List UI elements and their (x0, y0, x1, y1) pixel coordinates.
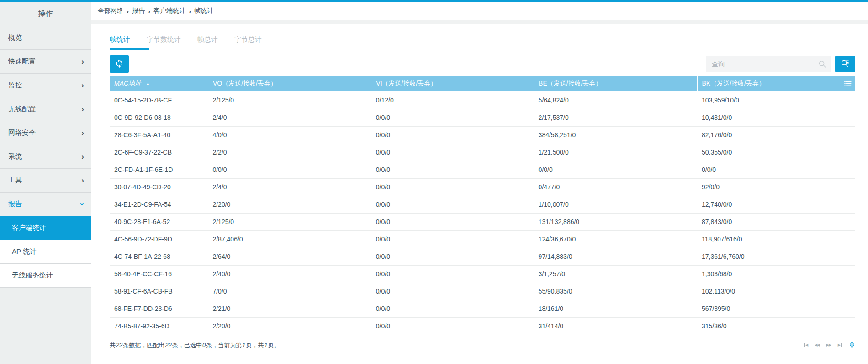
stat-cell: 2/20/0 (208, 317, 371, 335)
page-first-button[interactable]: ◀ (804, 343, 808, 347)
column-header[interactable]: VI（发送/接收/丢弃） (371, 76, 534, 91)
stat-cell: 0/0/0 (697, 161, 855, 178)
stat-cell: 2/2/0 (208, 144, 371, 161)
stats-table: MAC地址▲VO（发送/接收/丢弃）VI（发送/接收/丢弃）BE（发送/接收/丢… (110, 76, 855, 335)
column-header[interactable]: BE（发送/接收/丢弃） (534, 76, 697, 91)
sidebar-item[interactable]: 监控› (0, 74, 91, 97)
stat-cell: 2/4/0 (208, 109, 371, 126)
sidebar-subitem-label: 无线服务统计 (12, 271, 53, 280)
chevron-right-icon: › (81, 177, 84, 184)
stat-cell: 82,176/0/0 (697, 126, 855, 144)
sidebar-subitem[interactable]: 无线服务统计 (0, 264, 91, 288)
breadcrumb-item[interactable]: 帧统计 (194, 7, 213, 15)
summary-text: 页，共 (246, 342, 264, 348)
table-row[interactable]: 4C-56-9D-72-DF-9D2/87,406/00/0/0124/36,6… (110, 230, 855, 248)
tip-lightbulb-button[interactable] (849, 342, 855, 349)
sidebar-item-label: 无线配置 (8, 105, 36, 113)
stat-cell: 0/0/0 (371, 283, 534, 300)
table-row[interactable]: 4C-74-BF-1A-22-682/64/00/0/097/14,883/01… (110, 248, 855, 265)
sidebar-item[interactable]: 网络安全› (0, 121, 91, 145)
stat-cell: 2/125/0 (208, 91, 371, 109)
sidebar-item[interactable]: 系统› (0, 145, 91, 169)
table-row[interactable]: 58-40-4E-CC-CF-162/40/00/0/03/1,257/01,3… (110, 265, 855, 283)
sidebar-item-label: 报告 (8, 200, 22, 209)
table-row[interactable]: 0C-9D-92-D6-03-182/4/00/0/02/17,537/010,… (110, 109, 855, 126)
sidebar-item-label: 工具 (8, 176, 22, 185)
advanced-search-button[interactable] (835, 56, 855, 72)
mac-cell: 4C-56-9D-72-DF-9D (110, 230, 208, 248)
sidebar-item[interactable]: 快速配置› (0, 50, 91, 74)
sidebar-item[interactable]: 报告› (0, 193, 91, 216)
search-box (706, 56, 831, 72)
column-list-icon[interactable] (844, 80, 852, 87)
summary-text: 1 (242, 342, 245, 348)
content: 帧统计字节数统计帧总计字节总计 (91, 24, 868, 364)
breadcrumb-item[interactable]: 报告 (132, 7, 145, 15)
page-next-button[interactable]: ▶▶ (826, 343, 831, 347)
tab[interactable]: 字节数统计 (147, 32, 181, 50)
table-row[interactable]: 2C-FD-A1-1F-6E-1D0/0/00/0/00/0/00/0/0 (110, 161, 855, 178)
stat-cell: 0/477/0 (534, 178, 697, 196)
stat-cell: 2/21/0 (208, 300, 371, 317)
stat-cell: 2/64/0 (208, 248, 371, 265)
sidebar-item[interactable]: 无线配置› (0, 97, 91, 121)
table-row[interactable]: 40-9C-28-E1-6A-522/125/00/0/0131/132,886… (110, 213, 855, 230)
column-header-label: BK（发送/接收/丢弃） (702, 80, 765, 87)
column-header-mac[interactable]: MAC地址▲ (110, 76, 208, 91)
stat-cell: 55/90,835/0 (534, 283, 697, 300)
stat-cell: 0/0/0 (208, 161, 371, 178)
column-header-label: VI（发送/接收/丢弃） (376, 80, 437, 87)
layout: 操作 概览快速配置›监控›无线配置›网络安全›系统›工具›报告› 客户端统计AP… (0, 2, 868, 364)
table-row[interactable]: 74-B5-87-92-35-6D2/20/00/0/031/414/0315/… (110, 317, 855, 335)
sidebar-item-label: 网络安全 (8, 128, 36, 137)
breadcrumb-separator-icon: › (189, 7, 191, 15)
breadcrumb-item[interactable]: 全部网络 (98, 7, 123, 15)
table-row[interactable]: 2C-6F-C9-37-22-CB2/2/00/0/01/21,500/050,… (110, 144, 855, 161)
stat-cell: 315/36/0 (697, 317, 855, 335)
sidebar-subitem-label: AP 统计 (12, 247, 37, 256)
sidebar-item[interactable]: 工具› (0, 169, 91, 193)
chevron-right-icon: › (81, 129, 84, 137)
stat-cell: 567/395/0 (697, 300, 855, 317)
stat-cell: 18/161/0 (534, 300, 697, 317)
page-last-button[interactable]: ▶ (838, 343, 842, 347)
stat-cell: 124/36,670/0 (534, 230, 697, 248)
mac-cell: 2C-6F-C9-37-22-CB (110, 144, 208, 161)
column-header[interactable]: BK（发送/接收/丢弃） (697, 76, 855, 91)
table-footer: 共22条数据，匹配出22条，已选中0条，当前为第1页，共1页。 ◀◀◀▶▶▶ (110, 341, 855, 349)
stat-cell: 50,355/0/0 (697, 144, 855, 161)
column-header[interactable]: VO（发送/接收/丢弃） (208, 76, 371, 91)
sidebar-title: 操作 (0, 2, 91, 26)
breadcrumb-item[interactable]: 客户端统计 (153, 7, 185, 15)
stat-cell: 0/0/0 (371, 230, 534, 248)
sidebar-subitem-label: 客户端统计 (12, 224, 46, 232)
search-input[interactable] (706, 56, 831, 72)
table-row[interactable]: 28-C6-3F-5A-A1-404/0/00/0/0384/58,251/08… (110, 126, 855, 144)
summary-text: 条数据，匹配出 (123, 342, 164, 348)
mac-cell: 40-9C-28-E1-6A-52 (110, 213, 208, 230)
tab[interactable]: 帧总计 (197, 32, 218, 50)
stat-cell: 0/0/0 (371, 126, 534, 144)
stat-cell: 12,740/0/0 (697, 196, 855, 213)
sidebar-subitem[interactable]: AP 统计 (0, 240, 91, 264)
column-header-label: BE（发送/接收/丢弃） (539, 80, 602, 87)
tab[interactable]: 帧统计 (110, 32, 130, 50)
table-row[interactable]: 58-91-CF-6A-CB-FB7/0/00/0/055/90,835/010… (110, 283, 855, 300)
stat-cell: 1,303/68/0 (697, 265, 855, 283)
sidebar-item-label: 系统 (8, 152, 22, 161)
sidebar-item[interactable]: 概览 (0, 26, 91, 50)
summary-text: 共 (110, 342, 116, 348)
sidebar-item-label: 概览 (8, 33, 22, 42)
refresh-button[interactable] (110, 55, 129, 73)
tab[interactable]: 字节总计 (234, 32, 262, 50)
sidebar-item-label: 监控 (8, 81, 22, 90)
breadcrumb: 全部网络›报告›客户端统计›帧统计 (91, 2, 868, 20)
stat-cell: 2/4/0 (208, 178, 371, 196)
table-row[interactable]: 30-07-4D-49-CD-202/4/00/0/00/477/092/0/0 (110, 178, 855, 196)
table-row[interactable]: 34-E1-2D-C9-FA-542/20/00/0/01/10,007/012… (110, 196, 855, 213)
summary-text: 0 (202, 342, 206, 348)
table-row[interactable]: 68-FE-F7-DD-23-D62/21/00/0/018/161/0567/… (110, 300, 855, 317)
table-row[interactable]: 0C-54-15-2D-7B-CF2/125/00/12/05/64,824/0… (110, 91, 855, 109)
sidebar-subitem[interactable]: 客户端统计 (0, 216, 91, 240)
page-prev-button[interactable]: ◀◀ (815, 343, 820, 347)
